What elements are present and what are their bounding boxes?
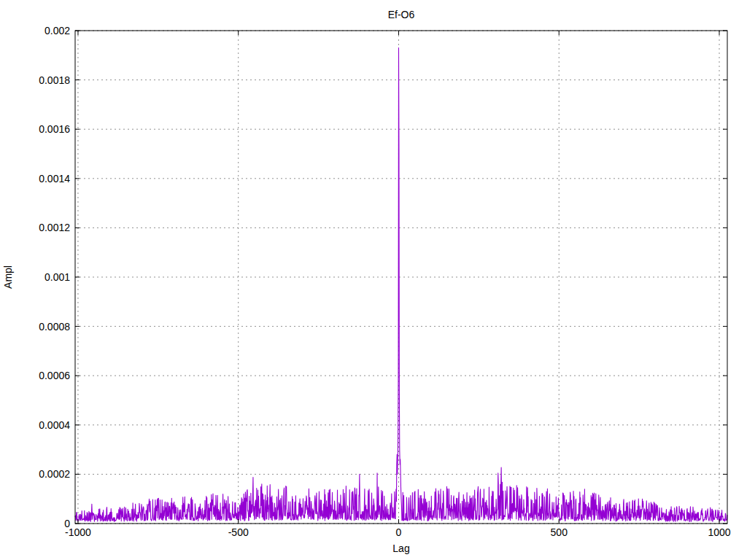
y-tick-label: 0.0004 [39,419,70,431]
chart-figure: -1000-5000500100000.00020.00040.00060.00… [0,0,747,560]
data-series [75,48,727,522]
y-tick-label: 0.002 [44,25,70,36]
x-tick-label: 500 [551,526,568,538]
y-tick-label: 0.0018 [39,74,70,86]
x-tick-label: 0 [396,526,402,538]
x-tick-label: -500 [228,526,249,538]
y-tick-label: 0.0012 [39,222,70,233]
chart-canvas: -1000-5000500100000.00020.00040.00060.00… [0,0,747,560]
y-tick-label: 0.0006 [39,370,70,381]
plot-border [75,31,727,524]
y-tick-label: 0.001 [44,271,70,283]
tick-labels: -1000-5000500100000.00020.00040.00060.00… [39,25,731,538]
y-tick-label: 0.0002 [39,468,70,480]
gridlines [75,31,727,524]
y-tick-label: 0.0008 [39,321,70,332]
y-tick-label: 0.0016 [39,123,70,135]
x-axis-label: Lag [392,542,409,554]
chart-title: Ef-O6 [388,9,415,20]
axes [75,31,727,524]
x-tick-label: 1000 [708,526,730,538]
y-tick-label: 0.0014 [39,173,70,184]
y-tick-label: 0 [64,518,70,529]
y-axis-label: Ampl [2,265,14,289]
series-line [75,48,727,522]
